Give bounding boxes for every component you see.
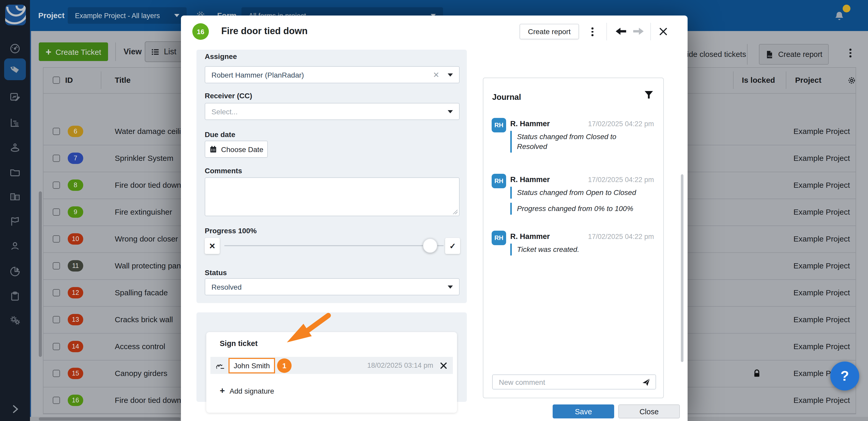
avatar: RH [492,231,506,245]
row-checkbox[interactable] [53,397,60,404]
ticket-project: Example Project [794,199,850,225]
comments-label: Comments [205,167,242,175]
ticket-project: Example Project [794,172,850,199]
hide-closed-tickets-label[interactable]: ide closed tickets [687,44,746,65]
plans-edit-icon[interactable] [9,91,21,103]
chevron-down-icon [448,285,453,288]
app-window: Project Example Project - All layers For… [0,0,868,421]
column-header-is-locked[interactable]: Is locked [742,67,775,93]
row-checkbox[interactable] [53,182,60,189]
due-date-label: Due date [205,130,235,139]
save-button[interactable]: Save [553,404,614,418]
remove-signature-icon[interactable] [440,362,447,368]
column-header-title[interactable]: Title [115,67,130,93]
receiver-label: Receiver (CC) [205,92,252,100]
list-label: List [164,47,176,56]
modal-title: Fire door tied down [221,26,308,37]
pie-chart-icon[interactable] [9,265,21,278]
avatar: RH [492,174,506,188]
row-checkbox[interactable] [53,208,60,216]
add-signature-label: Add signature [229,387,274,395]
ticket-project: Example Project [794,387,850,414]
column-header-project[interactable]: Project [795,67,822,93]
select-all-checkbox[interactable] [53,77,60,84]
create-report-bg-label: Create report [778,50,823,58]
row-checkbox[interactable] [53,370,60,377]
chevron-down-icon [448,110,453,113]
ticket-title: Fire door tied down [115,387,181,414]
ticket-title: Cracks brick wall [115,306,173,333]
ticket-project: Example Project [794,252,850,279]
pdf-file-icon: PDF [765,50,774,59]
choose-date-button[interactable]: Choose Date [205,141,268,158]
bell-icon[interactable] [833,10,845,24]
progress-reset-button[interactable]: ✕ [205,238,220,254]
horizontal-scrollbar-thumb[interactable] [39,417,180,420]
view-label: View [124,42,142,61]
progress-confirm-button[interactable]: ✓ [445,238,460,254]
row-checkbox[interactable] [53,128,60,135]
comments-textarea[interactable] [205,177,460,216]
person-pin-icon[interactable] [9,141,21,154]
project-select-value: Example Project - All layers [75,12,160,20]
forward-arrow-icon[interactable] [632,27,644,36]
ticket-number-badge: 16 [192,23,209,40]
help-button[interactable]: ? [830,362,859,390]
notification-dot [843,5,850,12]
row-checkbox[interactable] [53,155,60,162]
row-checkbox[interactable] [53,343,60,350]
clipboard-icon[interactable] [9,290,21,303]
row-checkbox[interactable] [53,235,60,243]
close-icon[interactable] [660,28,667,35]
resize-handle-icon [453,209,458,214]
buildings-icon[interactable] [9,190,21,203]
planradar-logo[interactable] [5,5,26,25]
journal-time: 17/02/2025 04:22 pm [577,120,654,128]
dashboard-icon[interactable] [9,42,21,55]
new-comment-field[interactable] [492,374,656,389]
list-view-button[interactable]: List [145,41,183,62]
project-select[interactable]: Example Project - All layers [68,7,187,24]
journal-time: 17/02/2025 04:22 pm [577,233,654,240]
statistics-chart-icon[interactable] [9,116,21,129]
settings-gears-icon[interactable] [9,314,21,327]
toolbar-divider [747,44,748,65]
receiver-select[interactable]: Select... [205,103,460,120]
tickets-tag-icon[interactable] [9,63,21,76]
row-checkbox[interactable] [53,316,60,323]
create-ticket-button[interactable]: + Create Ticket [39,42,108,61]
status-select[interactable]: Resolved [205,278,460,295]
flag-icon[interactable] [9,215,21,228]
table-vertical-scrollbar[interactable] [39,191,42,357]
column-divider [733,71,734,89]
progress-slider-thumb[interactable] [423,238,437,253]
filter-funnel-icon[interactable] [645,91,653,99]
user-icon[interactable] [9,240,21,252]
calendar-icon [209,145,217,153]
send-icon[interactable] [642,378,650,386]
row-checkbox[interactable] [53,262,60,269]
progress-slider-track[interactable] [224,245,443,246]
column-settings-gear-icon[interactable] [847,76,856,87]
create-report-button[interactable]: Create report [520,24,579,39]
clear-icon[interactable]: ✕ [433,70,439,80]
ticket-title: Access control [115,333,165,360]
journal-panel: Journal RH R. Hammer 17/02/2025 04:22 pm… [483,78,664,398]
expand-chevron-icon[interactable] [9,403,21,415]
folder-icon[interactable] [9,166,21,178]
column-header-id[interactable]: ID [65,67,73,93]
create-report-button-background[interactable]: PDF Create report [759,44,829,65]
modal-scrollbar-thumb[interactable] [681,174,683,362]
lock-icon [752,369,762,378]
ticket-title: Canopy girders [115,360,167,387]
close-button[interactable]: Close [618,404,680,418]
back-arrow-icon[interactable] [616,27,627,36]
add-signature-button[interactable]: + Add signature [220,386,274,396]
assignee-select[interactable]: Robert Hammer (PlanRadar) ✕ [205,66,460,83]
kebab-menu-icon[interactable] [849,49,851,57]
new-comment-input[interactable] [498,377,642,387]
kebab-menu-icon[interactable] [591,27,593,36]
signature-name-highlight[interactable]: John Smith [228,358,275,373]
row-checkbox[interactable] [53,289,60,296]
annotation-arrow-icon [283,312,333,345]
